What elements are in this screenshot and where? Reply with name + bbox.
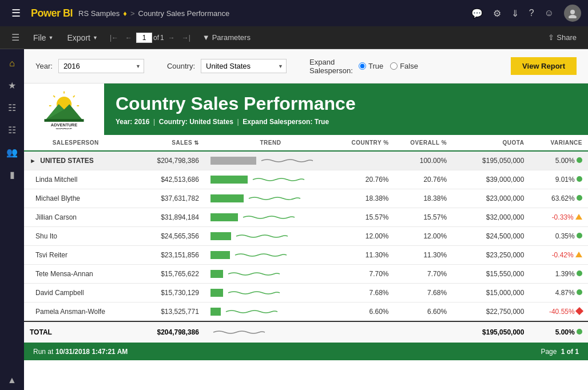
quota-cell: $32,000,000 [452,208,530,227]
trend-cell [205,284,336,303]
col-header-salesperson: SALESPERSON [24,135,128,151]
quota-cell: $15,550,000 [452,265,530,284]
sidebar-grid-icon[interactable]: ☷ [1,120,23,140]
sidebar-toggle[interactable]: ☰ [7,30,24,45]
report-title: Country Sales Performance [116,93,577,114]
subtitle-expand-label: Expand Salesperson: [243,118,312,126]
table-body: ► UNITED STATES $204,798,386 100.00% $19… [24,151,588,321]
indicator-icon [577,289,582,295]
country-pct-cell: 20.76% [336,170,395,189]
country-pct-cell [336,151,395,170]
trend-cell [205,303,336,322]
quota-cell: $15,000,000 [452,284,530,303]
overall-pct-cell: 100.00% [395,151,453,170]
table-row: David Campbell $15,730,129 7.68% 7.68% $… [24,284,588,303]
col-header-trend: TREND [205,135,336,151]
expand-false-input[interactable] [390,62,398,70]
subtitle-expand-value: True [315,118,329,126]
table-header-row: SALESPERSON SALES ⇅ TREND COUNTRY % OVER… [24,135,588,151]
country-select[interactable]: United States Canada France Germany [201,59,287,73]
breadcrumb-diamond-icon: ♦ [123,9,127,18]
page-value: 1 of 1 [561,348,579,356]
col-header-sales[interactable]: SALES ⇅ [128,135,205,151]
indicator-icon [575,252,582,257]
salesperson-cell: Shu Ito [24,227,128,246]
sales-cell: $204,798,386 [128,151,205,170]
expand-false-radio[interactable]: False [390,62,418,70]
col-header-country-pct: COUNTRY % [336,135,395,151]
nav-first[interactable]: |← [107,32,121,43]
expand-label: Expand Salesperson: [309,58,353,75]
breadcrumb-sep: > [130,9,135,18]
nav-last[interactable]: →| [179,32,193,43]
svg-text:WORKS: WORKS [56,127,73,129]
country-pct-cell: 6.60% [336,303,395,322]
variance-cell: 5.00% [530,151,588,170]
indicator-icon [577,176,582,182]
overall-pct-cell: 12.00% [395,227,453,246]
sales-cell: $15,730,129 [128,284,205,303]
salesperson-cell: Michael Blythe [24,189,128,208]
year-select[interactable]: 2016 2015 2014 2017 [58,59,144,73]
table-row: Michael Blythe $37,631,782 18.38% 18.38%… [24,189,588,208]
overall-pct-cell: 7.68% [395,284,453,303]
sidebar-star-icon[interactable]: ★ [1,75,23,95]
sales-cell: $42,513,686 [128,170,205,189]
report-header: ADVENTURE WORKS Country Sales Performanc… [24,83,588,135]
file-menu[interactable]: File ▼ [29,31,58,45]
expand-true-input[interactable] [359,62,366,70]
indicator-icon [575,307,583,315]
salesperson-cell: Tsvi Reiter [24,246,128,265]
sidebar-explore-icon[interactable]: ▲ [1,371,23,390]
expand-true-radio[interactable]: True [359,62,383,70]
variance-cell: 1.39% [530,265,588,284]
year-label: Year: [35,62,53,70]
hamburger-icon[interactable]: ☰ [7,5,25,22]
overall-pct-cell: 7.70% [395,265,453,284]
expand-arrow-icon[interactable]: ► [30,157,36,164]
settings-icon[interactable]: ⚙ [493,8,501,19]
view-report-button[interactable]: View Report [511,57,577,75]
quota-cell: $195,050,000 [452,151,530,170]
salesperson-cell: David Campbell [24,284,128,303]
smiley-icon[interactable]: ☺ [545,8,554,18]
page-total: 1 [160,34,164,42]
nav-prev[interactable]: ← [122,32,135,43]
top-bar: ☰ Power BI RS Samples ♦ > Country Sales … [0,0,588,26]
parameters-button[interactable]: ▼ Parameters [198,31,255,44]
salesperson-cell: Linda Mitchell [24,170,128,189]
content-area: Year: 2016 2015 2014 2017 Country: Unite… [24,49,588,390]
group-name: UNITED STATES [40,157,94,165]
trend-cell [205,151,336,170]
sidebar-people-icon[interactable]: 👥 [1,142,23,162]
nav-next[interactable]: → [165,32,178,43]
help-icon[interactable]: ? [529,8,534,18]
quota-cell: $22,750,000 [452,303,530,322]
total-trend [205,321,336,343]
salesperson-cell: Jillian Carson [24,208,128,227]
variance-cell: 4.87% [530,284,588,303]
trend-cell [205,265,336,284]
country-pct-cell: 18.38% [336,189,395,208]
toolbar: ☰ File ▼ Export ▼ |← ← 1 of 1 → →| ▼ Par… [0,26,588,49]
total-country-pct [336,321,395,343]
share-button[interactable]: ⇧ Share [543,31,581,44]
table-row: Tsvi Reiter $23,151,856 11.30% 11.30% $2… [24,246,588,265]
export-menu[interactable]: Export ▼ [62,31,102,45]
chat-icon[interactable]: 💬 [471,8,483,19]
variance-cell: 63.62% [530,189,588,208]
app-logo: Power BI [31,7,73,19]
sidebar-clock-icon[interactable]: ☷ [1,98,23,118]
left-sidebar: ⌂ ★ ☷ ☷ 👥 ▮ ▲ [0,49,24,390]
svg-line-4 [73,95,75,97]
company-logo: ADVENTURE WORKS [24,83,104,135]
avatar[interactable] [564,5,581,22]
total-variance: 5.00% [530,321,588,343]
download-icon[interactable]: ⇓ [511,8,519,19]
main-layout: ⌂ ★ ☷ ☷ 👥 ▮ ▲ Year: 2016 2015 2014 2017 [0,49,588,390]
variance-cell: -0.42% [530,246,588,265]
page-current[interactable]: 1 [136,33,152,43]
sidebar-home-icon[interactable]: ⌂ [1,54,23,73]
expand-param-group: Expand Salesperson: True False [309,58,418,75]
sidebar-monitor-icon[interactable]: ▮ [1,165,23,185]
